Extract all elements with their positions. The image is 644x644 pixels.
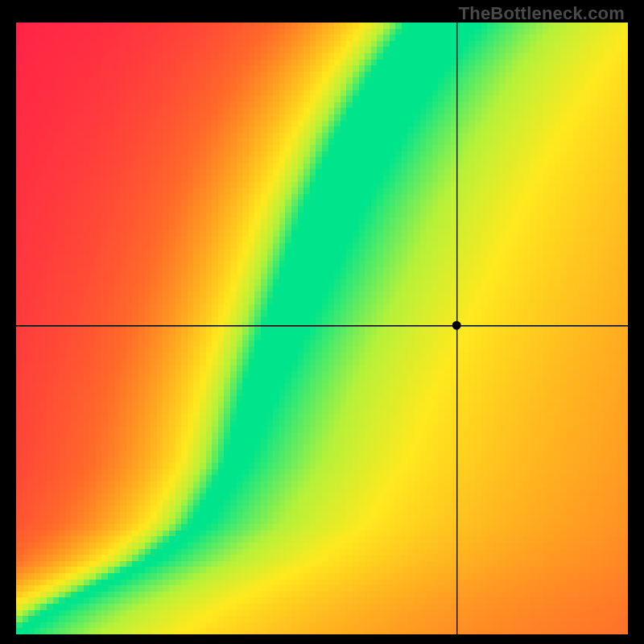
overlay-canvas [16, 23, 628, 634]
chart-container: TheBottleneck.com [0, 0, 644, 644]
watermark-text: TheBottleneck.com [459, 3, 625, 24]
